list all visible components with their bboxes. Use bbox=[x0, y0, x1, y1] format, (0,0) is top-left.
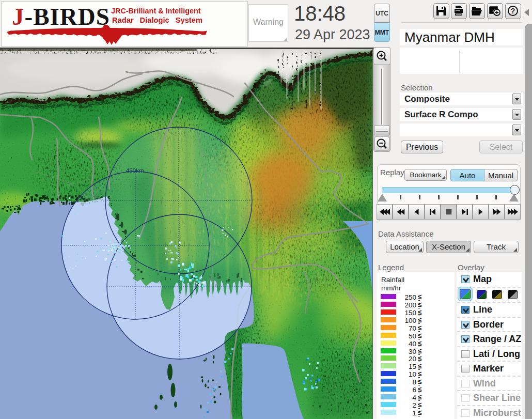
svg-text:?: ? bbox=[511, 7, 515, 15]
svg-text:450km: 450km bbox=[126, 167, 144, 174]
